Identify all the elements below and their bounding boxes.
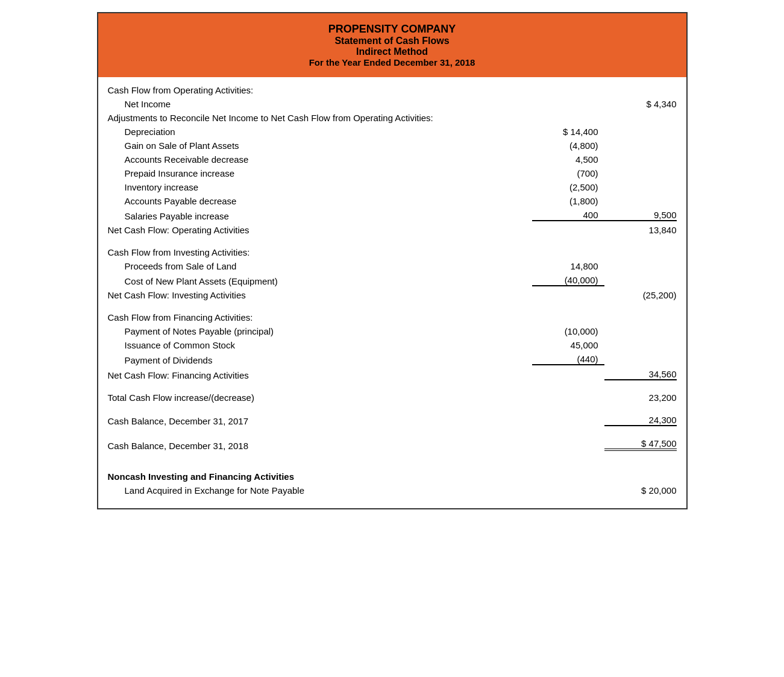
company-name: PROPENSITY COMPANY [104,23,680,36]
balance-2018-row: Cash Balance, December 31, 2018 $ 47,500 [108,436,677,453]
gap5 [108,428,677,436]
adjustments-label: Adjustments to Reconcile Net Income to N… [108,113,532,123]
inventory-mid: (2,500) [532,182,604,192]
operating-net-value: 13,840 [604,225,677,235]
proceeds-land-mid: 14,800 [532,261,604,271]
investing-heading-row: Cash Flow from Investing Activities: [108,245,677,259]
table-row: Gain on Sale of Plant Assets (4,800) [108,139,677,153]
table-row: Payment of Notes Payable (principal) (10… [108,324,677,338]
table-row: Accounts Payable decrease (1,800) [108,194,677,208]
table-row: Land Acquired in Exchange for Note Payab… [108,483,677,497]
inventory-label: Inventory increase [108,182,532,192]
noncash-heading: Noncash Investing and Financing Activiti… [108,471,532,482]
net-income-label: Net Income [108,99,532,109]
notes-payable-mid: (10,000) [532,326,604,336]
depreciation-label: Depreciation [108,127,532,137]
table-row: Issuance of Common Stock 45,000 [108,338,677,352]
bottom-spacer [108,497,677,502]
noncash-heading-row: Noncash Investing and Financing Activiti… [108,470,677,483]
statement-title: Statement of Cash Flows [104,36,680,46]
proceeds-land-label: Proceeds from Sale of Land [108,261,532,271]
plant-assets-label: Cost of New Plant Assets (Equipment) [108,276,532,286]
ap-decrease-label: Accounts Payable decrease [108,196,532,206]
common-stock-label: Issuance of Common Stock [108,340,532,350]
table-row: Payment of Dividends (440) [108,352,677,367]
gap4 [108,405,677,413]
table-row: Inventory increase (2,500) [108,180,677,194]
financing-net-value: 34,560 [604,369,677,380]
investing-heading: Cash Flow from Investing Activities: [108,247,532,257]
prepaid-label: Prepaid Insurance increase [108,168,532,178]
net-income-row: Net Income $ 4,340 [108,97,677,111]
total-value: 23,200 [604,392,677,403]
statement-method: Indirect Method [104,46,680,57]
table-row: Depreciation $ 14,400 [108,125,677,139]
balance-2018-value: $ 47,500 [604,438,677,451]
statement-body: Cash Flow from Operating Activities: Net… [98,77,686,508]
financing-net-label: Net Cash Flow: Financing Activities [108,370,532,380]
salaries-label: Salaries Payable increase [108,211,532,221]
statement-header: PROPENSITY COMPANY Statement of Cash Flo… [98,13,686,77]
balance-2018-label: Cash Balance, December 31, 2018 [108,441,532,451]
gap2 [108,302,677,310]
plant-assets-mid: (40,000) [532,275,604,286]
land-exchange-label: Land Acquired in Exchange for Note Payab… [108,485,532,496]
depreciation-mid: $ 14,400 [532,127,604,137]
land-exchange-right: $ 20,000 [604,485,677,496]
balance-2017-label: Cash Balance, December 31, 2017 [108,416,532,426]
balance-2017-row: Cash Balance, December 31, 2017 24,300 [108,413,677,428]
gap3 [108,382,677,391]
operating-net-label: Net Cash Flow: Operating Activities [108,225,532,235]
financing-net-row: Net Cash Flow: Financing Activities 34,5… [108,367,677,382]
investing-net-row: Net Cash Flow: Investing Activities (25,… [108,288,677,302]
statement-period: For the Year Ended December 31, 2018 [104,57,680,68]
balance-2017-value: 24,300 [604,415,677,426]
investing-net-value: (25,200) [604,290,677,300]
table-row: Prepaid Insurance increase (700) [108,166,677,180]
table-row: Accounts Receivable decrease 4,500 [108,153,677,166]
table-row: Proceeds from Sale of Land 14,800 [108,259,677,273]
dividends-label: Payment of Dividends [108,355,532,365]
investing-net-label: Net Cash Flow: Investing Activities [108,290,532,300]
operating-heading: Cash Flow from Operating Activities: [108,85,532,95]
financing-heading-row: Cash Flow from Financing Activities: [108,310,677,324]
statement-container: PROPENSITY COMPANY Statement of Cash Flo… [97,12,688,509]
common-stock-mid: 45,000 [532,340,604,350]
operating-heading-row: Cash Flow from Operating Activities: [108,83,677,97]
notes-payable-label: Payment of Notes Payable (principal) [108,326,532,336]
salaries-right: 9,500 [604,210,677,221]
table-row: Cost of New Plant Assets (Equipment) (40… [108,273,677,288]
ar-decrease-label: Accounts Receivable decrease [108,154,532,165]
gap1 [108,237,677,245]
total-row: Total Cash Flow increase/(decrease) 23,2… [108,391,677,405]
adjustments-row: Adjustments to Reconcile Net Income to N… [108,111,677,125]
gap7 [108,461,677,470]
net-income-value: $ 4,340 [604,99,677,109]
dividends-mid: (440) [532,354,604,365]
gain-sale-label: Gain on Sale of Plant Assets [108,140,532,151]
total-label: Total Cash Flow increase/(decrease) [108,392,532,403]
ar-decrease-mid: 4,500 [532,154,604,165]
financing-heading: Cash Flow from Financing Activities: [108,312,532,323]
salaries-mid: 400 [532,210,604,221]
gain-sale-mid: (4,800) [532,140,604,151]
operating-net-row: Net Cash Flow: Operating Activities 13,8… [108,223,677,237]
ap-decrease-mid: (1,800) [532,196,604,206]
prepaid-mid: (700) [532,168,604,178]
gap6 [108,453,677,461]
table-row: Salaries Payable increase 400 9,500 [108,208,677,223]
